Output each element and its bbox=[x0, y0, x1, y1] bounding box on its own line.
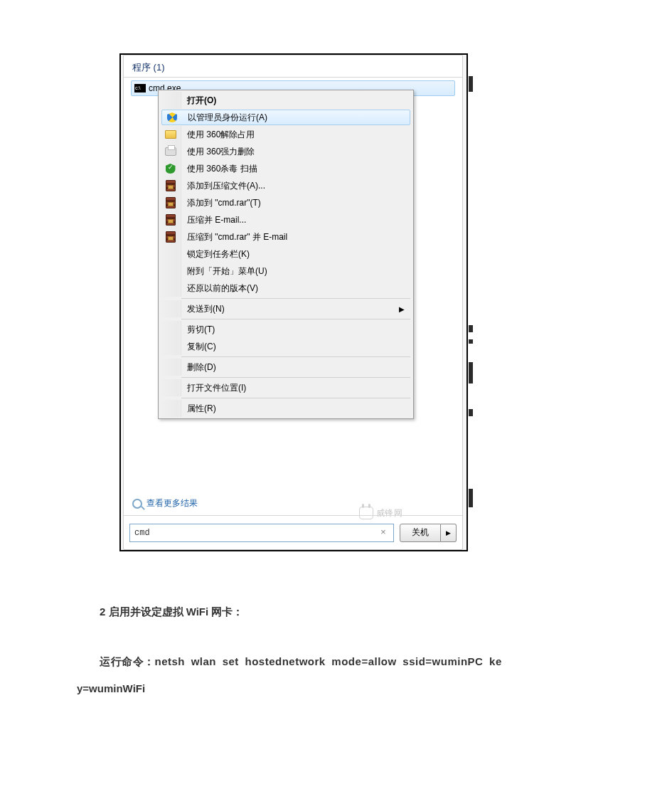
context-menu-item-label: 添加到 "cmd.rar"(T) bbox=[181, 197, 412, 209]
context-menu-separator bbox=[181, 356, 410, 357]
window-outer-frame: 程序 (1) cmd.exe 打开(O)以管理员身份运行(A)使用 360解除占… bbox=[119, 53, 468, 551]
context-menu-separator bbox=[181, 298, 410, 299]
context-menu: 打开(O)以管理员身份运行(A)使用 360解除占用使用 360强力删除使用 3… bbox=[158, 90, 414, 419]
cmd-icon bbox=[134, 84, 146, 92]
context-menu-separator bbox=[181, 398, 410, 398]
context-menu-item[interactable]: 压缩到 "cmd.rar" 并 E-mail bbox=[160, 228, 412, 245]
context-menu-item-label: 锁定到任务栏(K) bbox=[181, 248, 412, 260]
context-menu-item[interactable]: 添加到压缩文件(A)... bbox=[160, 177, 412, 194]
shutdown-menu-button[interactable]: ▶ bbox=[441, 524, 457, 542]
context-menu-item[interactable]: 剪切(T) bbox=[160, 321, 412, 338]
cropped-edge-fragments bbox=[469, 55, 473, 550]
blank-icon bbox=[160, 338, 181, 355]
context-menu-item-label: 以管理员身份运行(A) bbox=[182, 112, 410, 124]
context-menu-separator bbox=[181, 377, 410, 378]
context-menu-item-label: 压缩并 E-mail... bbox=[181, 214, 412, 226]
context-menu-item-label: 复制(C) bbox=[181, 341, 412, 353]
greenshield-icon bbox=[160, 160, 181, 177]
context-menu-item[interactable]: 使用 360强力删除 bbox=[160, 143, 412, 160]
context-menu-item-label: 属性(R) bbox=[181, 403, 412, 415]
blank-icon bbox=[160, 280, 181, 297]
context-menu-item[interactable]: 添加到 "cmd.rar"(T) bbox=[160, 194, 412, 211]
blank-icon bbox=[160, 263, 181, 280]
context-menu-item-label: 打开文件位置(I) bbox=[181, 382, 412, 394]
doc-command-line-2: y=wuminWiFi bbox=[77, 674, 594, 702]
screenshot-container: 程序 (1) cmd.exe 打开(O)以管理员身份运行(A)使用 360解除占… bbox=[119, 53, 468, 551]
context-menu-item-label: 添加到压缩文件(A)... bbox=[181, 180, 412, 192]
blank-icon bbox=[160, 321, 181, 338]
rar-icon bbox=[160, 211, 181, 228]
context-menu-item[interactable]: 复制(C) bbox=[160, 338, 412, 355]
context-menu-item-label: 压缩到 "cmd.rar" 并 E-mail bbox=[181, 231, 412, 243]
search-input[interactable]: cmd × bbox=[129, 524, 394, 542]
context-menu-item[interactable]: 使用 360杀毒 扫描 bbox=[160, 160, 412, 177]
context-menu-item-label: 还原以前的版本(V) bbox=[181, 282, 412, 295]
submenu-arrow-icon: ▶ bbox=[399, 305, 405, 313]
context-menu-item[interactable]: 发送到(N)▶ bbox=[160, 300, 412, 317]
blank-icon bbox=[160, 359, 181, 376]
context-menu-separator bbox=[181, 319, 410, 319]
start-menu-bottom-bar: cmd × 关机 ▶ bbox=[124, 515, 462, 549]
context-menu-item[interactable]: 附到「开始」菜单(U) bbox=[160, 263, 412, 280]
search-icon bbox=[132, 499, 142, 509]
programs-heading: 程序 (1) bbox=[124, 55, 462, 78]
context-menu-item-label: 使用 360杀毒 扫描 bbox=[181, 163, 412, 175]
printer-icon bbox=[160, 143, 181, 160]
context-menu-item[interactable]: 还原以前的版本(V) bbox=[160, 280, 412, 297]
context-menu-item[interactable]: 删除(D) bbox=[160, 359, 412, 376]
clear-search-button[interactable]: × bbox=[378, 527, 389, 539]
blank-icon bbox=[160, 400, 181, 417]
see-more-results-link[interactable]: 查看更多结果 bbox=[132, 497, 198, 509]
context-menu-item-label: 使用 360强力删除 bbox=[181, 146, 412, 158]
shield-icon bbox=[162, 109, 182, 126]
search-input-value: cmd bbox=[134, 528, 378, 538]
context-menu-item[interactable]: 使用 360解除占用 bbox=[160, 126, 412, 143]
blank-icon bbox=[160, 300, 181, 317]
shutdown-button[interactable]: 关机 bbox=[400, 524, 441, 542]
context-menu-item-label: 使用 360解除占用 bbox=[181, 129, 412, 141]
context-menu-item-label: 删除(D) bbox=[181, 361, 412, 374]
context-menu-item-label: 打开(O) bbox=[181, 95, 412, 107]
context-menu-item[interactable]: 属性(R) bbox=[160, 400, 412, 417]
doc-step2-title: 2 启用并设定虚拟 WiFi 网卡： bbox=[77, 598, 594, 625]
context-menu-item[interactable]: 压缩并 E-mail... bbox=[160, 211, 412, 228]
rar-icon bbox=[160, 194, 181, 211]
blank-icon bbox=[160, 92, 181, 109]
start-menu-panel: 程序 (1) cmd.exe 打开(O)以管理员身份运行(A)使用 360解除占… bbox=[123, 55, 463, 550]
context-menu-item-label: 附到「开始」菜单(U) bbox=[181, 265, 412, 277]
rar-icon bbox=[160, 177, 181, 194]
see-more-results-label: 查看更多结果 bbox=[146, 497, 198, 509]
blank-icon bbox=[160, 379, 181, 396]
context-menu-item[interactable]: 锁定到任务栏(K) bbox=[160, 245, 412, 263]
context-menu-item[interactable]: 打开文件位置(I) bbox=[160, 379, 412, 396]
folder-icon bbox=[160, 126, 181, 143]
context-menu-item-label: 剪切(T) bbox=[181, 324, 412, 336]
doc-command-line-1: 运行命令：netsh wlan set hostednetwork mode=a… bbox=[77, 647, 594, 675]
context-menu-item-label: 发送到(N) bbox=[181, 303, 399, 315]
context-menu-item[interactable]: 以管理员身份运行(A) bbox=[161, 110, 410, 125]
rar-icon bbox=[160, 228, 181, 245]
context-menu-item[interactable]: 打开(O) bbox=[160, 92, 412, 109]
blank-icon bbox=[160, 245, 181, 263]
